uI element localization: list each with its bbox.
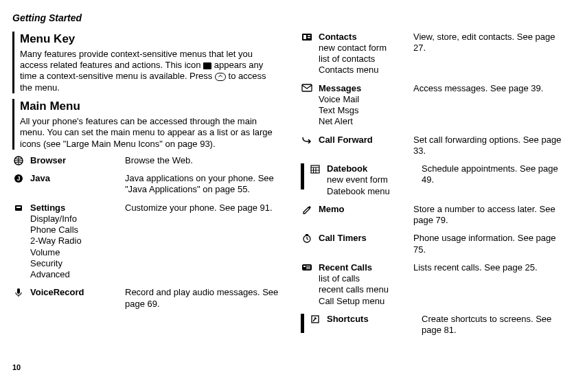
- divider-icon: [301, 314, 304, 333]
- menu-sub: list of calls: [319, 273, 408, 284]
- menu-sub: Phone Calls: [30, 224, 119, 235]
- menu-row-messages: Messages Voice Mail Text Msgs Net Alert …: [301, 83, 562, 128]
- menu-name: Datebook: [327, 163, 416, 174]
- main-menu-section: Main Menu All your phone's features can …: [12, 99, 280, 150]
- contacts-icon: [301, 32, 313, 42]
- menu-name: Recent Calls: [319, 262, 408, 273]
- menu-sub: Volume: [30, 247, 119, 258]
- main-menu-body: All your phone's features can be accesse…: [20, 116, 280, 150]
- menu-row-settings: Settings Display/Info Phone Calls 2-Way …: [12, 203, 280, 281]
- menu-sub: list of contacts: [319, 54, 408, 65]
- menu-desc: Store a number to access later. See page…: [413, 204, 562, 227]
- page-number: 10: [12, 363, 562, 373]
- menu-row-shortcuts: Shortcuts Create shortcuts to screens. S…: [301, 314, 562, 336]
- calltimers-icon: [301, 233, 313, 243]
- menu-name: Messages: [319, 83, 408, 94]
- svg-rect-19: [306, 234, 308, 235]
- menu-desc: Set call forwarding options. See page 33…: [413, 135, 562, 157]
- menu-row-browser: Browser Browse the Web.: [12, 155, 280, 166]
- content-columns: Menu Key Many features provide context-s…: [12, 32, 562, 343]
- svg-rect-7: [303, 35, 306, 39]
- menu-desc: View, store, edit contacts. See page 27.: [413, 32, 562, 54]
- svg-rect-9: [308, 37, 310, 38]
- menu-desc: Schedule appointments. See page 49.: [422, 163, 562, 186]
- menu-key-body: Many features provide context-sensitive …: [20, 49, 280, 93]
- menu-row-recentcalls: Recent Calls list of calls recent calls …: [301, 262, 562, 307]
- menu-sub: Security: [30, 258, 119, 269]
- menu-name: Memo: [319, 204, 408, 215]
- menu-sub: Call Setup menu: [319, 296, 408, 307]
- settings-icon: [12, 203, 25, 213]
- menu-key-section: Menu Key Many features provide context-s…: [12, 32, 280, 93]
- messages-icon: [301, 83, 313, 93]
- menu-row-calltimers: Call Timers Phone usage information. See…: [301, 233, 562, 255]
- menu-sub: recent calls menu: [319, 284, 408, 295]
- svg-rect-5: [17, 288, 20, 294]
- java-icon: J: [12, 173, 25, 183]
- menu-desc: Record and play audio messages. See page…: [125, 287, 280, 310]
- svg-rect-21: [303, 266, 306, 267]
- menu-desc: Customize your phone. See page 91.: [125, 203, 280, 214]
- menu-name: Java: [30, 173, 119, 184]
- right-column: Contacts new contact form list of contac…: [301, 32, 562, 343]
- menu-sub: 2-Way Radio: [30, 235, 119, 246]
- context-menu-icon: [203, 62, 211, 69]
- left-column: Menu Key Many features provide context-s…: [12, 32, 280, 343]
- menu-name: VoiceRecord: [30, 287, 119, 298]
- menu-name: Call Timers: [319, 233, 408, 244]
- shortcuts-icon: [309, 314, 321, 324]
- menu-desc: Lists recent calls. See page 25.: [413, 262, 562, 273]
- menu-name: Contacts: [319, 32, 408, 43]
- menu-sub: Datebook menu: [327, 186, 416, 197]
- svg-rect-4: [16, 207, 21, 208]
- menu-sub: Advanced: [30, 269, 119, 280]
- svg-rect-24: [306, 268, 310, 269]
- menu-desc: Access messages. See page 39.: [413, 83, 562, 94]
- menu-row-datebook: Datebook new event form Datebook menu Sc…: [301, 163, 562, 197]
- menu-key-title: Menu Key: [20, 32, 280, 46]
- svg-rect-23: [306, 267, 310, 268]
- menu-sub: Display/Info: [30, 214, 119, 224]
- svg-rect-8: [308, 35, 310, 36]
- menu-sub: Voice Mail: [319, 94, 408, 105]
- memo-icon: [301, 204, 313, 214]
- menu-row-contacts: Contacts new contact form list of contac…: [301, 32, 562, 76]
- menu-name: Call Forward: [319, 135, 408, 146]
- menu-name: Settings: [30, 203, 119, 214]
- section-header: Getting Started: [12, 12, 562, 25]
- menu-row-memo: Memo Store a number to access later. See…: [301, 204, 562, 227]
- menu-sub: new contact form: [319, 43, 408, 54]
- menu-desc: Create shortcuts to screens. See page 81…: [422, 314, 562, 336]
- recentcalls-icon: [301, 262, 313, 273]
- menu-desc: Phone usage information. See page 75.: [413, 233, 562, 255]
- svg-text:J: J: [16, 175, 20, 182]
- svg-rect-22: [306, 266, 310, 266]
- voicerecord-icon: [12, 287, 25, 297]
- menu-name: Browser: [30, 155, 119, 166]
- menu-desc: Java applications on your phone. See "Ja…: [125, 173, 280, 196]
- browser-icon: [12, 155, 25, 165]
- menu-key-icon: [215, 73, 226, 81]
- svg-line-18: [307, 239, 308, 240]
- datebook-icon: [309, 163, 321, 174]
- svg-rect-10: [302, 84, 312, 91]
- callforward-icon: [301, 135, 313, 145]
- menu-desc: Browse the Web.: [125, 155, 280, 166]
- menu-row-callforward: Call Forward Set call forwarding options…: [301, 135, 562, 157]
- menu-name: Shortcuts: [327, 314, 416, 325]
- menu-row-voicerecord: VoiceRecord Record and play audio messag…: [12, 287, 280, 310]
- main-menu-title: Main Menu: [20, 99, 280, 113]
- divider-icon: [301, 163, 304, 189]
- menu-sub: Contacts menu: [319, 65, 408, 76]
- menu-sub: new event form: [327, 174, 416, 185]
- svg-rect-11: [311, 165, 319, 173]
- menu-sub: Text Msgs: [319, 105, 408, 116]
- menu-sub: Net Alert: [319, 116, 408, 127]
- menu-row-java: J Java Java applications on your phone. …: [12, 173, 280, 196]
